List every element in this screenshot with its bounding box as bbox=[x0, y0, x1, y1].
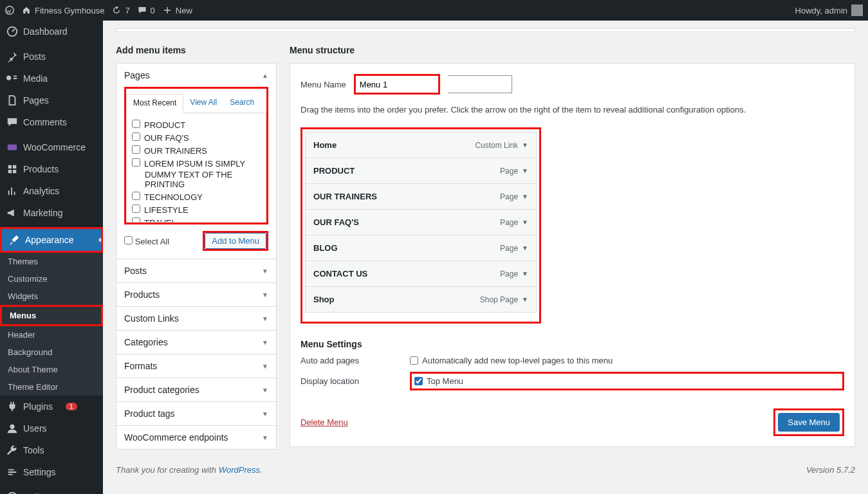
top-menu-checkbox[interactable] bbox=[414, 377, 423, 385]
tab-most-recent[interactable]: Most Recent bbox=[126, 94, 183, 113]
sub-widgets[interactable]: Widgets bbox=[0, 288, 103, 305]
sub-background[interactable]: Background bbox=[0, 343, 103, 361]
plugins-badge: 1 bbox=[66, 403, 77, 410]
page-checkbox-item[interactable]: OUR TRAINERS bbox=[132, 144, 261, 157]
sub-theme-editor[interactable]: Theme Editor bbox=[0, 378, 103, 396]
chevron-down-icon[interactable]: ▼ bbox=[522, 219, 528, 226]
page-checkbox[interactable] bbox=[132, 158, 140, 167]
sidebar-item-media[interactable]: Media bbox=[0, 68, 103, 89]
page-checkbox-item[interactable]: LIFESTYLE bbox=[132, 203, 261, 216]
menu-item[interactable]: CONTACT USPage▼ bbox=[305, 261, 537, 287]
delete-menu-link[interactable]: Delete Menu bbox=[300, 417, 348, 427]
tab-view-all[interactable]: View All bbox=[183, 94, 223, 113]
metabox-pages-head[interactable]: Pages ▲ bbox=[116, 64, 276, 87]
page-checkbox-item[interactable]: LOREM IPSUM IS SIMPLY bbox=[132, 157, 261, 170]
avatar[interactable] bbox=[851, 5, 863, 16]
sub-menus[interactable]: Menus bbox=[2, 307, 101, 324]
chevron-down-icon[interactable]: ▼ bbox=[522, 167, 528, 174]
menu-settings-heading: Menu Settings bbox=[300, 339, 844, 349]
page-checkbox[interactable] bbox=[132, 192, 140, 200]
auto-add-checkbox[interactable] bbox=[410, 356, 418, 365]
pages-list[interactable]: PRODUCT OUR FAQ'S OUR TRAINERS LOREM IPS… bbox=[126, 113, 266, 223]
auto-add-checkbox-label[interactable]: Automatically add new top-level pages to… bbox=[410, 356, 844, 365]
drag-instruction: Drag the items into the order you prefer… bbox=[300, 105, 844, 114]
menu-item[interactable]: BLOGPage▼ bbox=[305, 235, 537, 261]
chevron-down-icon[interactable]: ▼ bbox=[522, 244, 528, 252]
menu-item[interactable]: HomeCustom Link▼ bbox=[305, 132, 537, 158]
metabox-head[interactable]: Custom Links▼ bbox=[116, 307, 276, 330]
page-checkbox[interactable] bbox=[132, 205, 140, 213]
wordpress-link[interactable]: WordPress bbox=[219, 465, 260, 475]
products-icon bbox=[6, 163, 18, 175]
sidebar-item-dashboard[interactable]: Dashboard bbox=[0, 21, 103, 42]
sidebar-item-settings[interactable]: Settings bbox=[0, 461, 103, 483]
page-icon bbox=[6, 95, 18, 106]
select-all-label[interactable]: Select All bbox=[124, 236, 169, 246]
sidebar-item-plugins[interactable]: Plugins 1 bbox=[0, 396, 103, 417]
metabox-head[interactable]: Product tags▼ bbox=[116, 402, 276, 425]
page-checkbox[interactable] bbox=[132, 120, 140, 128]
metabox-title: Pages bbox=[124, 70, 150, 80]
menu-name-input-ext[interactable] bbox=[448, 75, 512, 93]
site-link[interactable]: Fitness Gymhouse bbox=[22, 6, 104, 15]
save-menu-button[interactable]: Save Menu bbox=[778, 413, 840, 432]
metabox-posts: Posts▼ bbox=[116, 259, 277, 283]
tab-search[interactable]: Search bbox=[223, 94, 261, 113]
sidebar-collapse[interactable]: Collapse menu bbox=[0, 486, 103, 494]
select-all-checkbox[interactable] bbox=[124, 236, 133, 244]
auto-add-pages-label: Auto add pages bbox=[300, 356, 410, 365]
sidebar-item-comments[interactable]: Comments bbox=[0, 111, 103, 133]
sub-customize[interactable]: Customize bbox=[0, 270, 103, 288]
metabox-head[interactable]: Categories▼ bbox=[116, 331, 276, 354]
pin-icon bbox=[6, 51, 18, 62]
sub-about-theme[interactable]: About Theme bbox=[0, 361, 103, 378]
menu-name-input[interactable] bbox=[356, 76, 438, 93]
menu-structure-panel: Menu Name Drag the items into the order … bbox=[290, 63, 855, 447]
metabox-head[interactable]: Posts▼ bbox=[116, 259, 276, 282]
page-checkbox[interactable] bbox=[132, 133, 140, 141]
sub-header[interactable]: Header bbox=[0, 326, 103, 343]
sidebar-item-analytics[interactable]: Analytics bbox=[0, 180, 103, 202]
wp-logo[interactable] bbox=[5, 6, 14, 15]
menu-item[interactable]: OUR FAQ'SPage▼ bbox=[305, 210, 537, 235]
chevron-down-icon: ▼ bbox=[262, 410, 268, 417]
sub-themes[interactable]: Themes bbox=[0, 253, 103, 270]
metabox-head[interactable]: Product categories▼ bbox=[116, 378, 276, 401]
chevron-down-icon[interactable]: ▼ bbox=[522, 270, 528, 277]
sidebar-item-posts[interactable]: Posts bbox=[0, 46, 103, 68]
metabox-head[interactable]: Formats▼ bbox=[116, 354, 276, 378]
sidebar-item-marketing[interactable]: Marketing bbox=[0, 202, 103, 224]
sidebar-label: Appearance bbox=[25, 235, 74, 245]
sidebar-item-tools[interactable]: Tools bbox=[0, 439, 103, 461]
sidebar-item-woocommerce[interactable]: WooCommerce bbox=[0, 136, 103, 158]
comments-link[interactable]: 0 bbox=[138, 6, 155, 15]
metabox-formats: Formats▼ bbox=[116, 354, 277, 378]
sidebar-item-pages[interactable]: Pages bbox=[0, 89, 103, 111]
metabox-products: Products▼ bbox=[116, 283, 277, 307]
new-link[interactable]: New bbox=[163, 6, 192, 15]
add-to-menu-button[interactable]: Add to Menu bbox=[205, 233, 266, 249]
sidebar-item-appearance[interactable]: Appearance bbox=[2, 229, 101, 251]
chevron-down-icon[interactable]: ▼ bbox=[522, 142, 528, 149]
metabox-head[interactable]: WooCommerce endpoints▼ bbox=[116, 426, 276, 449]
page-checkbox[interactable] bbox=[132, 217, 140, 223]
updates-link[interactable]: 7 bbox=[112, 6, 129, 15]
menu-item[interactable]: ShopShop Page▼ bbox=[305, 287, 537, 313]
page-checkbox-item[interactable]: OUR FAQ'S bbox=[132, 131, 261, 144]
chevron-down-icon[interactable]: ▼ bbox=[522, 296, 528, 303]
admin-bar: Fitness Gymhouse 7 0 New Howdy, admin bbox=[0, 0, 868, 21]
page-checkbox[interactable] bbox=[132, 145, 140, 154]
metabox-head[interactable]: Products▼ bbox=[116, 283, 276, 306]
menu-item[interactable]: PRODUCTPage▼ bbox=[305, 158, 537, 184]
howdy-text[interactable]: Howdy, admin bbox=[795, 6, 847, 15]
chevron-down-icon: ▼ bbox=[262, 387, 268, 394]
menu-item[interactable]: OUR TRAINERSPage▼ bbox=[305, 184, 537, 210]
svg-rect-2 bbox=[8, 145, 17, 151]
sidebar-item-users[interactable]: Users bbox=[0, 417, 103, 439]
top-menu-checkbox-label[interactable]: Top Menu bbox=[414, 376, 804, 386]
page-checkbox-item[interactable]: TRAVEL bbox=[132, 216, 261, 223]
chevron-down-icon[interactable]: ▼ bbox=[522, 193, 528, 200]
sidebar-item-products[interactable]: Products bbox=[0, 158, 103, 180]
page-checkbox-item[interactable]: TECHNOLOGY bbox=[132, 190, 261, 203]
page-checkbox-item[interactable]: PRODUCT bbox=[132, 118, 261, 131]
